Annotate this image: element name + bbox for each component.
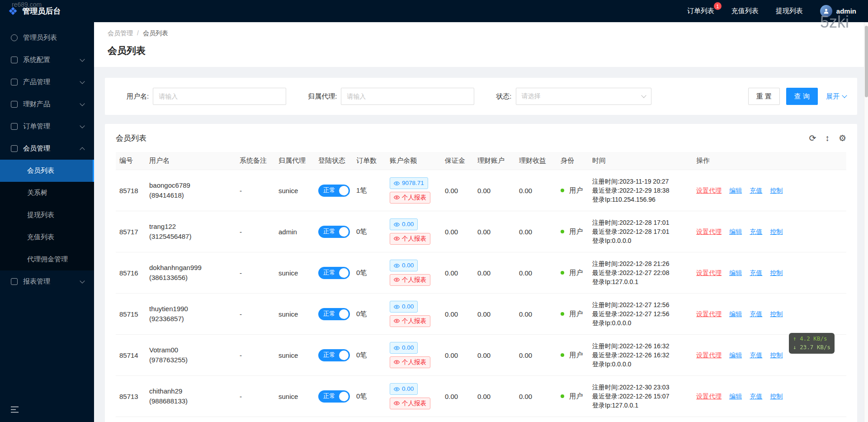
sidebar-item-finance-product[interactable]: 理财产品 <box>0 93 94 115</box>
status-select[interactable]: 请选择 <box>516 88 651 105</box>
control-link[interactable]: 控制 <box>770 393 783 400</box>
expand-link[interactable]: 展开 <box>826 92 846 101</box>
collapse-sidebar-icon[interactable] <box>11 406 19 413</box>
app-logo: ❖ 管理员后台 <box>8 6 61 17</box>
cell-id: 85714 <box>116 335 146 376</box>
cell-username: thuytien1990 (92336857) <box>146 294 236 335</box>
set-agent-link[interactable]: 设置代理 <box>696 393 722 400</box>
control-link[interactable]: 控制 <box>770 187 783 194</box>
cell-id: 85716 <box>116 252 146 294</box>
set-agent-link[interactable]: 设置代理 <box>696 269 722 276</box>
set-agent-link[interactable]: 设置代理 <box>696 187 722 194</box>
personal-report-badge[interactable]: 个人报表 <box>390 233 430 245</box>
sidebar-subitem-recharge-list[interactable]: 充值列表 <box>0 226 94 248</box>
sidebar-item-product-manage[interactable]: 产品管理 <box>0 71 94 93</box>
cell-finance-account: 0.00 <box>474 211 515 252</box>
edit-link[interactable]: 编辑 <box>729 351 742 359</box>
sidebar-item-report-manage[interactable]: 报表管理 <box>0 270 94 293</box>
balance-badge[interactable]: 0.00 <box>390 301 418 313</box>
balance-badge[interactable]: 0.00 <box>390 218 418 230</box>
edit-link[interactable]: 编辑 <box>729 228 742 235</box>
login-status-toggle[interactable]: 正常 <box>318 308 350 320</box>
login-status-toggle[interactable]: 正常 <box>318 349 350 361</box>
set-agent-link[interactable]: 设置代理 <box>696 310 722 318</box>
order-manage-icon <box>11 123 18 130</box>
sidebar-subitem-relation-tree[interactable]: 关系树 <box>0 182 94 204</box>
agent-input[interactable] <box>341 88 474 105</box>
edit-link[interactable]: 编辑 <box>729 393 742 400</box>
cell-time: 注册时间:2022-12-26 16:32 最近登录:2022-12-26 16… <box>589 335 693 376</box>
login-status-toggle[interactable]: 正常 <box>318 226 350 238</box>
balance-badge[interactable]: 9078.71 <box>390 177 428 189</box>
eye-icon <box>394 277 400 283</box>
scrollbar-thumb[interactable] <box>865 26 868 97</box>
control-link[interactable]: 控制 <box>770 351 783 359</box>
cell-id: 85713 <box>116 376 146 417</box>
set-agent-link[interactable]: 设置代理 <box>696 228 722 235</box>
personal-report-badge[interactable]: 个人报表 <box>390 192 430 204</box>
sidebar-subitem-member-list[interactable]: 会员列表 <box>0 160 94 182</box>
eye-icon <box>394 318 400 324</box>
reset-button[interactable]: 重 置 <box>748 88 780 105</box>
col-username: 用户名 <box>146 152 236 170</box>
control-link[interactable]: 控制 <box>770 310 783 318</box>
sidebar-item-system-config[interactable]: 系统配置 <box>0 49 94 71</box>
cell-balance: 0.00 个人报表 <box>386 252 441 294</box>
query-button[interactable]: 查 询 <box>786 88 818 105</box>
balance-badge[interactable]: 0.00 <box>390 342 418 354</box>
recharge-link[interactable]: 充值 <box>750 351 762 359</box>
personal-report-badge[interactable]: 个人报表 <box>390 398 430 409</box>
sidebar-subitem-agent-commission[interactable]: 代理佣金管理 <box>0 248 94 270</box>
sidebar-subitem-withdraw-list[interactable]: 提现列表 <box>0 204 94 226</box>
eye-icon <box>394 304 400 310</box>
recharge-link[interactable]: 充值 <box>750 228 762 235</box>
table-header: 编号 用户名 系统备注 归属代理 登陆状态 订单数 账户余额 保证金 理财账户 … <box>116 152 846 170</box>
settings-gear-icon[interactable]: ⚙ <box>839 134 846 142</box>
cell-username: Votram00 (978763255) <box>146 335 236 376</box>
sidebar-item-member-manage[interactable]: 会员管理 <box>0 138 94 160</box>
recharge-link[interactable]: 充值 <box>750 393 762 400</box>
recharge-link[interactable]: 充值 <box>750 310 762 318</box>
recharge-link[interactable]: 充值 <box>750 187 762 194</box>
personal-report-badge[interactable]: 个人报表 <box>390 356 430 368</box>
cell-username: chithanh29 (988688133) <box>146 376 236 417</box>
control-link[interactable]: 控制 <box>770 228 783 235</box>
sidebar-item-order-manage[interactable]: 订单管理 <box>0 115 94 138</box>
nav-order-list[interactable]: 订单列表 1 <box>687 7 714 15</box>
cell-finance-profit: 0.00 <box>515 294 557 335</box>
control-link[interactable]: 控制 <box>770 269 783 276</box>
sidebar-item-admin-list[interactable]: 管理员列表 <box>0 27 94 49</box>
balance-badge[interactable]: 0.00 <box>390 260 418 271</box>
cell-time: 注册时间:2023-11-19 20:27 最近登录:2022-12-29 18… <box>589 170 693 211</box>
cell-id: 85718 <box>116 170 146 211</box>
column-height-icon[interactable]: ↕ <box>825 134 830 142</box>
cell-finance-account: 0.00 <box>474 376 515 417</box>
toggle-knob <box>339 268 349 278</box>
breadcrumb-separator: / <box>137 29 139 38</box>
personal-report-badge[interactable]: 个人报表 <box>390 315 430 327</box>
cell-margin: 0.00 <box>441 170 474 211</box>
login-status-toggle[interactable]: 正常 <box>318 390 350 403</box>
logo-icon: ❖ <box>8 6 18 17</box>
balance-badge[interactable]: 0.00 <box>390 383 418 395</box>
set-agent-link[interactable]: 设置代理 <box>696 351 722 359</box>
cell-finance-account: 0.00 <box>474 335 515 376</box>
refresh-icon[interactable]: ⟳ <box>809 134 816 142</box>
edit-link[interactable]: 编辑 <box>729 269 742 276</box>
breadcrumb-parent[interactable]: 会员管理 <box>108 29 133 38</box>
username-input[interactable] <box>153 88 286 105</box>
cell-actions: 设置代理 编辑 充值 控制 <box>693 294 846 335</box>
nav-recharge-list[interactable]: 充值列表 <box>731 7 759 15</box>
recharge-link[interactable]: 充值 <box>750 269 762 276</box>
cell-username: trang122 (3125456487) <box>146 211 236 252</box>
login-status-toggle[interactable]: 正常 <box>318 267 350 279</box>
personal-report-badge[interactable]: 个人报表 <box>390 274 430 286</box>
edit-link[interactable]: 编辑 <box>729 187 742 194</box>
edit-link[interactable]: 编辑 <box>729 310 742 318</box>
nav-withdraw-list[interactable]: 提现列表 <box>776 7 803 15</box>
scrollbar-track <box>864 22 868 422</box>
download-speed: ↓ 23.7 KB/s <box>793 343 830 352</box>
login-status-toggle[interactable]: 正常 <box>318 185 350 197</box>
user-menu[interactable]: admin <box>820 5 856 17</box>
cell-finance-profit: 0.00 <box>515 335 557 376</box>
